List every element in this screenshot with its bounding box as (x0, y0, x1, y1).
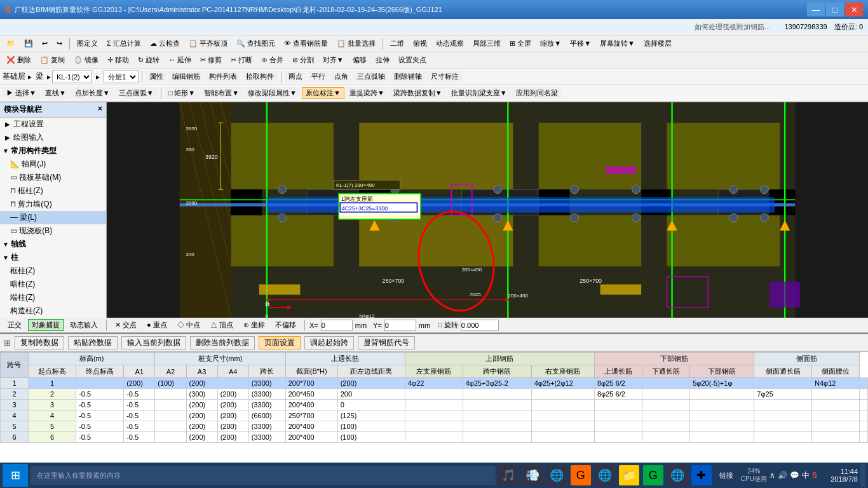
table-cell[interactable]: -0.5 (76, 400, 124, 410)
in-situ-note-button[interactable]: 原位标注▼ (302, 87, 344, 99)
table-cell[interactable]: 250*700 (285, 410, 337, 421)
taskbar-app-6[interactable]: 📁 (619, 465, 639, 485)
table-cell[interactable]: 5φ20(-5)+1φ (690, 378, 754, 389)
midpoint-button[interactable]: ● 重点 (143, 319, 171, 331)
component-name-selector[interactable]: KL-1(2) (52, 71, 92, 83)
table-cell[interactable]: 200*450 (285, 389, 337, 400)
table-cell[interactable]: (200) (186, 421, 217, 432)
trim-button[interactable]: ✂ 修剪 (196, 54, 226, 66)
nav-item-common-types[interactable]: ▼ 常用构件类型 (0, 144, 106, 158)
bottom-panel-icon[interactable]: ⊞ (4, 338, 11, 348)
table-cell[interactable] (690, 410, 754, 421)
table-cell[interactable]: 8φ25 6/2 (595, 378, 642, 389)
table-cell[interactable]: -0.5 (76, 410, 124, 421)
show-rebar-code-button[interactable]: 显背钢筋代号 (358, 336, 415, 349)
table-cell[interactable]: 4φ25+3φ25-2 (463, 378, 531, 389)
component-list-button[interactable]: 构件列表 (205, 71, 241, 83)
table-cell[interactable]: (3300) (248, 400, 285, 410)
table-cell[interactable]: (200) (186, 378, 217, 389)
table-cell[interactable] (690, 432, 754, 443)
table-cell[interactable] (860, 389, 868, 400)
table-cell[interactable] (642, 421, 690, 432)
delete-button[interactable]: ❌ 删除 (3, 54, 35, 66)
table-cell[interactable] (595, 421, 642, 432)
table-cell[interactable] (642, 389, 690, 400)
table-cell[interactable] (812, 389, 860, 400)
taskbar-app-2[interactable]: 💨 (522, 465, 543, 485)
nav-item-col-construct[interactable]: 构造柱(Z) (0, 304, 106, 318)
table-cell[interactable]: -0.5 (76, 389, 124, 400)
table-cell[interactable]: (3300) (248, 389, 285, 400)
paste-span-data-button[interactable]: 粘贴跨数据 (68, 336, 118, 349)
table-cell[interactable] (155, 432, 186, 443)
table-cell[interactable]: (300) (186, 389, 217, 400)
table-cell[interactable]: 200*400 (285, 432, 337, 443)
table-cell[interactable]: 200*400 (285, 421, 337, 432)
partial-3d-button[interactable]: 局部三维 (469, 37, 505, 50)
level-selector[interactable]: 分层1 (104, 71, 139, 83)
nav-item-shear-wall[interactable]: ⊓ 剪力墙(Q) (0, 198, 106, 211)
property-button[interactable]: 属性 (146, 71, 167, 83)
nav-item-raft-foundation[interactable]: ▭ 筏板基础(M) (0, 171, 106, 184)
two-point-button[interactable]: 两点 (285, 71, 306, 83)
table-cell[interactable] (812, 410, 860, 421)
parallel-button[interactable]: 平行 (308, 71, 329, 83)
table-cell[interactable] (690, 389, 754, 400)
three-point-arc-draw-button[interactable]: 三点画弧▼ (115, 87, 158, 99)
table-cell[interactable]: (200) (186, 410, 217, 421)
screen-rotate-button[interactable]: 屏幕旋转▼ (596, 37, 639, 50)
table-cell[interactable]: (100) (337, 432, 405, 443)
pick-component-button[interactable]: 拾取构件 (242, 71, 278, 83)
pan-button[interactable]: 平移▼ (566, 37, 595, 50)
table-cell[interactable]: (200) (217, 410, 248, 421)
table-cell[interactable]: -0.5 (124, 432, 155, 443)
table-cell[interactable]: -0.5 (124, 421, 155, 432)
table-cell[interactable]: (200) (186, 400, 217, 410)
three-point-arc-button[interactable]: 三点弧轴 (353, 71, 389, 83)
table-cell[interactable]: 7φ25 (754, 389, 812, 400)
select-mode-button[interactable]: ▶ 选择▼ (3, 87, 40, 99)
x-input[interactable] (321, 320, 353, 331)
table-cell[interactable]: N4φ12 (812, 378, 860, 389)
nav-item-project-settings[interactable]: ▶ 工程设置 (0, 118, 106, 131)
table-cell[interactable] (812, 400, 860, 410)
table-cell[interactable]: (200) (124, 378, 155, 389)
table-cell[interactable] (531, 432, 594, 443)
table-cell[interactable] (690, 400, 754, 410)
span-data-copy-button[interactable]: 梁跨数据复制▼ (390, 87, 446, 99)
coord-button[interactable]: ⊕ 坐标 (240, 319, 269, 331)
table-cell[interactable]: (200) (217, 421, 248, 432)
table-cell[interactable] (463, 400, 531, 410)
zoom-button[interactable]: 缩放▼ (536, 37, 565, 50)
table-cell[interactable] (860, 421, 868, 432)
table-cell[interactable]: (200) (217, 400, 248, 410)
table-cell[interactable] (155, 421, 186, 432)
no-offset-button[interactable]: 不偏移 (271, 319, 300, 331)
table-cell[interactable] (860, 400, 868, 410)
table-cell[interactable]: 200*400 (285, 400, 337, 410)
set-start-span-button[interactable]: 调起起始跨 (304, 336, 354, 349)
set-grip-button[interactable]: 设置夹点 (395, 54, 430, 66)
edit-rebar-button[interactable]: 编辑钢筋 (168, 71, 204, 83)
minimize-button[interactable]: — (807, 3, 825, 17)
dim-note-button[interactable]: 尺寸标注 (427, 71, 463, 83)
page-settings-button[interactable]: 页面设置 (259, 336, 301, 349)
mirror-button[interactable]: 🪞 镜像 (70, 54, 102, 66)
table-cell[interactable] (754, 400, 812, 410)
intersection-button[interactable]: ✕ 交点 (111, 319, 140, 331)
show-desktop-button[interactable] (860, 464, 865, 487)
object-snap-button[interactable]: 对象捕捉 (28, 319, 64, 331)
table-cell[interactable] (405, 400, 463, 410)
table-cell[interactable] (531, 400, 594, 410)
table-cell[interactable] (860, 378, 868, 389)
start-button[interactable]: ⊞ (3, 464, 28, 487)
smart-place-button[interactable]: 智能布置▼ (200, 87, 243, 99)
table-cell[interactable]: -0.5 (124, 400, 155, 410)
taskbar-app-9[interactable]: ✚ (691, 465, 712, 485)
nav-item-col-end[interactable]: 端柱(Z) (0, 291, 106, 304)
search-bar[interactable]: 在这里输入你要搜索的内容 (31, 466, 496, 485)
align-button[interactable]: 对齐▼ (319, 54, 348, 66)
batch-select-button[interactable]: 📋 批量选择 (333, 37, 379, 50)
break-button[interactable]: ✂ 打断 (227, 54, 256, 66)
table-cell[interactable] (642, 410, 690, 421)
